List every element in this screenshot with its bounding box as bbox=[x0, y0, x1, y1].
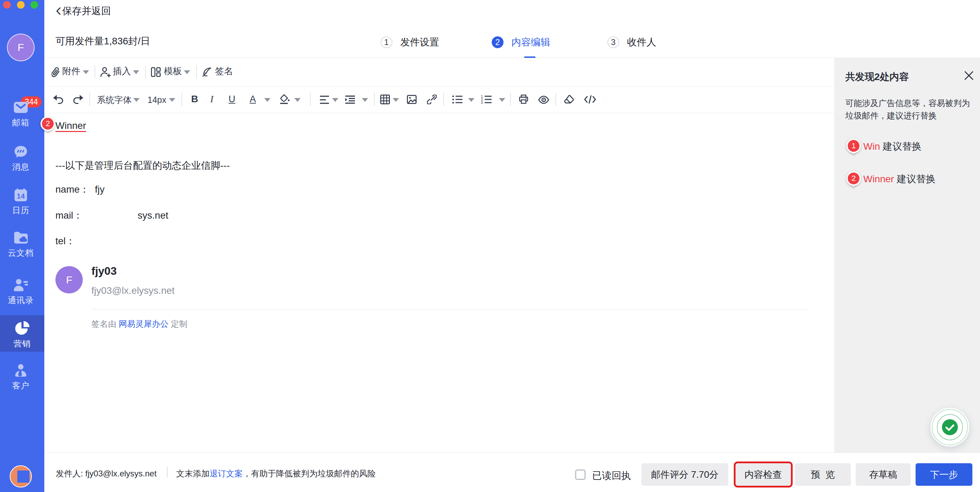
svg-text:3: 3 bbox=[481, 101, 483, 104]
